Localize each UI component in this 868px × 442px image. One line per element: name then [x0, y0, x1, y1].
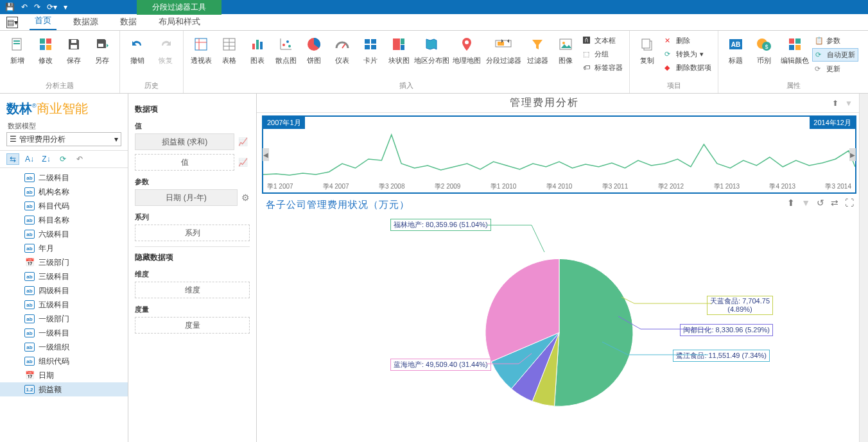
pivot-button[interactable]: 透视表 [187, 32, 214, 81]
sort-desc-icon[interactable]: Z↓ [40, 153, 53, 165]
table-button[interactable]: 表格 [216, 32, 243, 81]
new-button[interactable]: 新增 [4, 32, 31, 81]
pie-chart[interactable]: 福林地产: 80,359.96 (51.04%) 天蓝食品: 7,704.75(… [262, 214, 856, 438]
slicer-right-arrow[interactable]: ▶ [849, 148, 856, 161]
saveas-button[interactable]: 另存 [89, 32, 116, 81]
field-item[interactable]: ab科目代码 [0, 199, 128, 213]
dim-slot-1[interactable]: 维度 [135, 282, 250, 298]
title-button[interactable]: AB标题 [722, 32, 749, 81]
refresh-tree-icon[interactable]: ⟳ [56, 153, 69, 165]
field-item[interactable]: ab三级科目 [0, 269, 128, 284]
field-item[interactable]: ab年月 [0, 241, 128, 255]
field-item[interactable]: ab机构名称 [0, 185, 128, 199]
field-item[interactable]: 📅三级部门 [0, 255, 128, 269]
filter-button[interactable]: 过滤器 [524, 32, 551, 81]
svg-point-23 [286, 40, 289, 43]
svg-rect-19 [260, 42, 263, 49]
tag-container-icon: 🏷 [583, 64, 592, 72]
field-label: 四级科目 [39, 285, 69, 296]
param-slot-1[interactable]: 日期 (月-年) [135, 189, 238, 206]
param-button[interactable]: 📋参数 [812, 35, 858, 47]
field-item[interactable]: ab二级科目 [0, 171, 128, 185]
undo-icon[interactable]: ↶ [21, 3, 28, 12]
slicer-end-handle[interactable]: 2014年12月 [810, 117, 855, 129]
field-tree[interactable]: ab二级科目ab机构名称ab科目代码ab科目名称ab六级科目ab年月📅三级部门a… [0, 168, 128, 442]
field-item[interactable]: ab一级组织 [0, 340, 128, 354]
group-button[interactable]: ⬚分组 [580, 48, 625, 60]
tree-button[interactable]: 块状图 [385, 32, 412, 81]
range-slicer[interactable]: 2007年1月 2014年12月 ◀ ▶ 季1 2007季4 2007季3 20… [262, 115, 856, 194]
save-button[interactable]: 保存 [60, 32, 87, 81]
undo-button[interactable]: 撤销 [124, 32, 151, 81]
del-dataitem-button[interactable]: ◆删除数据项 [662, 62, 714, 74]
update-button[interactable]: ⟳更新 [812, 63, 858, 75]
series-slot-1[interactable]: 系列 [135, 225, 250, 241]
field-item[interactable]: 1.2损益额 [0, 382, 128, 396]
convert-button[interactable]: ⟳转换为 ▾ [662, 48, 714, 60]
modify-button[interactable]: 修改 [32, 32, 59, 81]
field-item[interactable]: ab六级科目 [0, 227, 128, 241]
tab-data[interactable]: 数据 [115, 13, 142, 30]
data-model-select[interactable]: ☰管理费用分析 ▾ [6, 132, 121, 146]
image-button[interactable]: 图像 [552, 32, 579, 81]
tab-datasource[interactable]: 数据源 [68, 13, 103, 30]
field-item[interactable]: ab科目名称 [0, 213, 128, 227]
canvas-scrollbar[interactable] [859, 94, 868, 442]
field-item[interactable]: ab组织代码 [0, 354, 128, 368]
edit-color-button[interactable]: 编辑颜色 [779, 32, 811, 81]
currency-button[interactable]: $币别 [751, 32, 777, 81]
contextual-tool-tab[interactable]: 分段过滤器工具 [137, 0, 221, 15]
region-map-button[interactable]: 地区分布图 [413, 32, 449, 81]
redo-button[interactable]: 恢复 [152, 32, 179, 81]
svg-rect-33 [401, 45, 404, 50]
app-menu-icon[interactable]: ▤▾ [6, 17, 18, 28]
line-icon[interactable]: 📈 [238, 158, 250, 167]
field-item[interactable]: ab五级科目 [0, 298, 128, 312]
qat-dropdown-icon[interactable]: ▾ [64, 3, 67, 12]
expand-icon[interactable]: ⛶ [845, 198, 854, 208]
value-slot-2[interactable]: 值 [135, 154, 234, 171]
export-icon[interactable]: ⬆ [787, 198, 795, 208]
pie-slice[interactable] [554, 259, 633, 406]
pie-button[interactable]: 饼图 [300, 32, 327, 81]
tab-layout[interactable]: 布局和样式 [153, 13, 205, 30]
auto-update-button[interactable]: ⟳自动更新 [812, 48, 858, 62]
gauge-button[interactable]: 仪表 [329, 32, 356, 81]
tag-container-button[interactable]: 🏷标签容器 [580, 62, 625, 74]
scatter-icon [277, 36, 294, 53]
value-slot-1[interactable]: 损益额 (求和) [135, 133, 234, 150]
export-icon[interactable]: ⬆ [832, 99, 838, 108]
field-item[interactable]: ab四级科目 [0, 284, 128, 298]
ribbon: 新增 修改 保存 另存 分析主题 撤销 恢复 历史 透视表 表格 图表 散点图 … [0, 31, 868, 94]
slicer-start-handle[interactable]: 2007年1月 [263, 117, 305, 129]
filter-icon[interactable]: ▼ [801, 198, 810, 208]
undo-tree-icon[interactable]: ↶ [73, 153, 86, 165]
field-label: 科目代码 [39, 201, 69, 212]
geo-map-button[interactable]: 地理地图 [451, 32, 483, 81]
gear-icon[interactable]: ⚙ [241, 192, 250, 203]
redo-icon[interactable]: ↷ [34, 3, 40, 12]
copy-button[interactable]: 复制 [634, 32, 661, 81]
field-item[interactable]: ab一级科目 [0, 326, 128, 340]
swap-icon[interactable]: ⇄ [831, 198, 838, 208]
field-label: 一级科目 [39, 328, 69, 339]
refresh-icon[interactable]: ⟳▾ [47, 3, 57, 12]
tree-view-icon[interactable]: ⇆ [6, 153, 19, 165]
tab-home[interactable]: 首页 [30, 12, 56, 30]
filter-toggle-icon[interactable]: ▼ [845, 99, 853, 108]
sort-asc-icon[interactable]: A↓ [23, 153, 36, 165]
card-button[interactable]: 卡片 [357, 32, 384, 81]
line-icon[interactable]: 📈 [238, 137, 250, 146]
field-item[interactable]: ab一级部门 [0, 312, 128, 326]
save-icon[interactable]: 💾 [5, 3, 15, 12]
measure-slot-1[interactable]: 度量 [135, 317, 250, 334]
scatter-button[interactable]: 散点图 [272, 32, 299, 81]
slicer-button[interactable]: 分段过滤器 [484, 32, 523, 81]
drill-icon[interactable]: ↺ [817, 198, 824, 208]
delete-button[interactable]: ✕删除 [662, 35, 714, 47]
field-item[interactable]: 📅日期 [0, 368, 128, 382]
slicer-left-arrow[interactable]: ◀ [263, 148, 269, 161]
value-section-label: 值 [135, 121, 250, 131]
chart-button[interactable]: 图表 [244, 32, 271, 81]
textbox-button[interactable]: 🅰文本框 [580, 35, 625, 47]
